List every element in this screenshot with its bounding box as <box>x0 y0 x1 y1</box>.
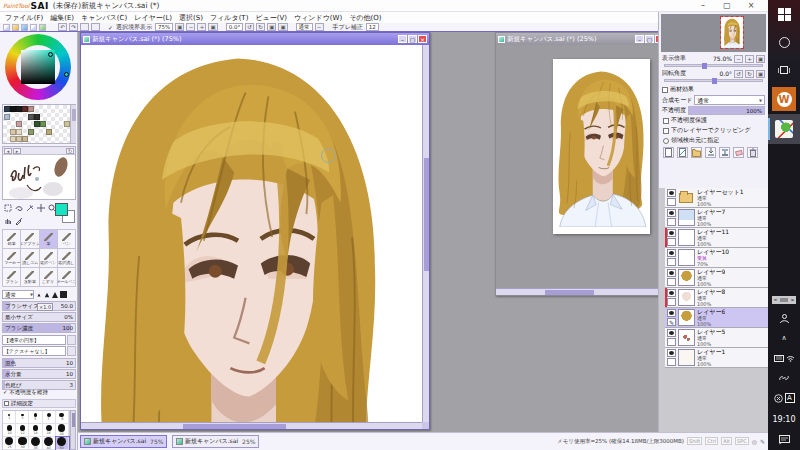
task-view-button[interactable] <box>768 56 800 84</box>
save-icon[interactable] <box>21 24 28 31</box>
nav-rotate-ccw-button[interactable]: ↺ <box>734 70 743 78</box>
nav-zoom-reset-button[interactable]: ▣ <box>756 55 765 63</box>
start-button[interactable] <box>768 0 800 28</box>
rotate-reset-button[interactable]: ▣ <box>278 23 287 31</box>
texture-section-header[interactable]: 画材効果 <box>662 85 765 94</box>
minimize-button[interactable]: – <box>696 0 710 11</box>
canvas-main[interactable] <box>81 45 422 422</box>
status-icons[interactable]: A <box>768 388 800 408</box>
brush-size-preset[interactable]: 12 <box>16 424 29 437</box>
tool-button[interactable]: 消しゴム <box>21 249 39 268</box>
new-layer-set-button[interactable] <box>691 147 702 158</box>
brush-size-preset[interactable]: 1 <box>3 411 16 424</box>
selection-outline-checkbox[interactable]: ✓ <box>108 24 113 31</box>
rotation-field[interactable]: 0.0° <box>226 23 244 31</box>
navigator[interactable] <box>661 14 766 52</box>
brush-size-slider[interactable]: ブラシサイズ ×1.0 50.0 <box>2 301 76 311</box>
brush-edge-dropdown[interactable]: 通常▼ <box>2 290 34 299</box>
undo-button[interactable]: ↶ <box>58 23 67 31</box>
taskbar-clock[interactable]: 19:10 <box>768 408 800 430</box>
preserve-opacity-row[interactable]: 不透明度保護 <box>663 116 764 125</box>
tool-button[interactable]: 筆 <box>40 230 58 249</box>
clipping-group-checkbox[interactable] <box>663 128 669 134</box>
transfer-down-button[interactable] <box>705 147 716 158</box>
layer-item[interactable]: レイヤー7 通常 100% <box>665 208 768 228</box>
people-icon[interactable] <box>768 308 800 328</box>
brush-shape-square-icon[interactable] <box>60 291 67 298</box>
tool-button[interactable]: 選択消し <box>58 249 76 268</box>
brush-size-preset[interactable]: 10 <box>3 424 16 437</box>
magic-wand-icon[interactable] <box>24 202 35 214</box>
paint-mode-dropdown[interactable]: 通常 <box>296 23 313 31</box>
nav-rotate-reset-button[interactable]: ▣ <box>756 70 765 78</box>
taskbar-app-w[interactable]: W <box>768 84 800 114</box>
color-swatch[interactable] <box>46 129 52 135</box>
new-layer-button[interactable] <box>663 147 674 158</box>
deselect-button[interactable] <box>80 23 89 31</box>
brush-shape-medium-icon[interactable] <box>45 292 50 297</box>
tool-button[interactable]: マーカー <box>3 249 21 268</box>
layer-visibility-toggle[interactable] <box>667 349 676 357</box>
nav-rotate-cw-button[interactable]: ↻ <box>745 70 754 78</box>
menu-item[interactable]: フィルタ(T) <box>210 13 248 23</box>
open-icon[interactable] <box>12 24 19 31</box>
tray-pager[interactable]: ∧∧ <box>772 296 796 304</box>
nav-rotation-slider[interactable] <box>664 79 763 82</box>
canvas-close-button[interactable]: × <box>418 35 427 43</box>
tool-button[interactable]: 選択ペン <box>40 249 58 268</box>
selection-source-row[interactable]: 領域検出元に指定 <box>663 136 764 145</box>
keep-opacity-checkbox[interactable]: ✓ <box>3 389 8 395</box>
advanced-settings-header[interactable]: 詳細設定 <box>2 399 76 408</box>
layer-item[interactable]: レイヤー8 通常 100% <box>665 288 768 308</box>
canvas-minimize-button[interactable]: – <box>398 35 407 43</box>
layer-opacity-slider[interactable]: 100% <box>688 106 765 115</box>
tool-button[interactable]: ペン <box>58 230 76 249</box>
scratchpad[interactable]: ◂ ▸ ↻ <box>2 146 76 200</box>
eyedropper-icon[interactable] <box>13 215 24 227</box>
move-icon[interactable] <box>35 202 46 214</box>
paint-mode-minus-button[interactable]: − <box>315 23 324 31</box>
canvas-secondary[interactable] <box>553 59 650 234</box>
document-tab[interactable]: 新規キャンバス.sai 75% <box>80 435 167 448</box>
layer-visibility-toggle[interactable] <box>667 229 676 237</box>
canvas-window-main-titlebar[interactable]: 新規キャンバス.sai (*) (75%) – ▢ × <box>81 33 429 45</box>
brush-size-preset[interactable]: 50 <box>56 437 69 450</box>
invert-selection-button[interactable] <box>91 23 100 31</box>
scratchpad-next-button[interactable]: ▸ <box>13 148 21 154</box>
zoom-in-button[interactable]: + <box>197 23 206 31</box>
brush-size-preset[interactable]: 30 <box>16 437 29 450</box>
menu-item[interactable]: レイヤー(L) <box>134 13 172 23</box>
rotate-ccw-button[interactable]: ↺ <box>245 23 254 31</box>
keep-opacity-row[interactable]: ✓ 不透明度を維持 <box>3 389 48 396</box>
layer-visibility-toggle[interactable] <box>667 309 676 317</box>
close-button[interactable]: × <box>744 0 758 11</box>
tool-button[interactable]: ボールペン <box>58 268 76 287</box>
canvas-maximize-button[interactable]: ▢ <box>408 35 417 43</box>
document-tab[interactable]: 新規キャンバス.sai 25% <box>172 435 259 448</box>
canvas-window-secondary-titlebar[interactable]: 新規キャンバス.sai (*) (25%) – ▢ × <box>496 33 658 45</box>
save-as-icon[interactable] <box>30 24 37 31</box>
brush-shape-strength[interactable] <box>67 335 76 345</box>
zoom-out-button[interactable]: − <box>186 23 195 31</box>
layer-item[interactable]: レイヤーセット1 通常 100% <box>665 188 768 208</box>
color-swatch[interactable] <box>16 121 22 127</box>
brush-size-preset[interactable]: 14 <box>29 424 42 437</box>
layer-item[interactable]: レイヤー11 通常 100% <box>665 228 768 248</box>
nav-zoom-in-button[interactable]: + <box>745 55 754 63</box>
layer-item[interactable]: レイヤー5 通常 100% <box>665 328 768 348</box>
density-slider[interactable]: ブラシ濃度 100 <box>2 323 76 333</box>
brush-texture-strength[interactable] <box>67 346 76 356</box>
nav-zoom-slider[interactable] <box>664 64 763 67</box>
zoom-reset-button[interactable]: ▣ <box>208 23 217 31</box>
rect-select-icon[interactable] <box>2 202 13 214</box>
dilution-slider[interactable]: 水分量 10 <box>2 369 76 379</box>
redo-button[interactable]: ↷ <box>69 23 78 31</box>
color-swatch[interactable] <box>22 136 28 142</box>
menu-item[interactable]: 編集(E) <box>50 13 74 23</box>
taskbar-app-sai[interactable] <box>768 114 800 144</box>
link-icon[interactable] <box>768 368 800 388</box>
layer-item[interactable]: レイヤー10 乗算 70% <box>665 248 768 268</box>
blend-slider[interactable]: 混色 10 <box>2 358 76 368</box>
swatch-scrollbar[interactable] <box>70 105 76 143</box>
brush-size-preset[interactable]: 9 <box>56 411 69 424</box>
